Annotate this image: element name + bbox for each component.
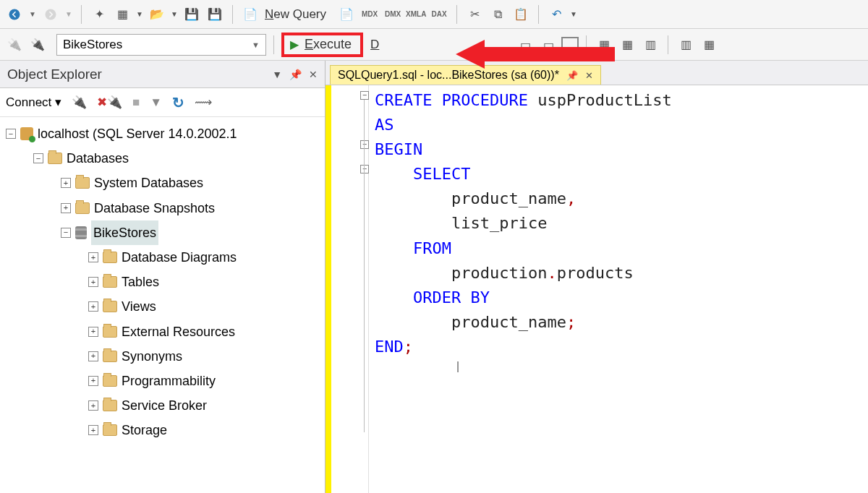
fold-guide: [364, 100, 365, 432]
tool-icon[interactable]: [561, 37, 579, 53]
database-selected: BikeStores: [63, 38, 122, 52]
tree-node[interactable]: +Tables: [3, 270, 322, 294]
expand-icon[interactable]: +: [88, 400, 98, 411]
disconnect-icon[interactable]: ✖🔌: [97, 95, 122, 110]
tree-node[interactable]: + System Databases: [3, 171, 322, 195]
tool-icon[interactable]: ▥: [676, 35, 696, 55]
dropdown-icon[interactable]: ▼: [170, 4, 179, 25]
stop-icon[interactable]: ■: [132, 95, 140, 110]
editor-gutter: − − −: [326, 85, 369, 493]
open-icon[interactable]: 📂: [147, 4, 167, 25]
object-explorer-panel: Object Explorer ▼ 📌 ✕ Connect ▾ 🔌 ✖🔌 ■ ▼…: [0, 61, 326, 493]
tree-node[interactable]: +Database Diagrams: [3, 245, 322, 270]
expand-icon[interactable]: +: [88, 301, 98, 312]
folder-icon: [103, 326, 117, 338]
tool-icon[interactable]: ▦: [699, 35, 719, 55]
save-all-icon[interactable]: 💾: [205, 4, 225, 25]
node-label: Programmability: [122, 369, 216, 393]
dropdown-icon[interactable]: ▼: [135, 4, 144, 25]
tool-icon[interactable]: ▦: [594, 35, 614, 55]
expand-icon[interactable]: +: [88, 252, 98, 262]
connect-icon[interactable]: 🔌: [72, 95, 87, 110]
fold-icon[interactable]: −: [360, 165, 369, 173]
folder-icon: [103, 252, 117, 263]
fold-icon[interactable]: −: [360, 91, 369, 100]
execute-button[interactable]: ▶ Execute: [281, 33, 363, 57]
tree-databases-node[interactable]: − Databases: [3, 146, 322, 171]
activity-icon[interactable]: ⟿: [195, 95, 212, 110]
new-query-icon[interactable]: 📄: [240, 4, 260, 25]
pin-icon[interactable]: 📌: [566, 70, 578, 81]
code-content[interactable]: CREATE PROCEDURE uspProductListASBEGIN S…: [369, 85, 868, 493]
expand-icon[interactable]: +: [88, 327, 98, 337]
collapse-icon[interactable]: −: [61, 228, 71, 238]
forward-button[interactable]: [41, 4, 61, 25]
tool-icon[interactable]: ▥: [640, 35, 660, 55]
undo-dropdown-icon[interactable]: ▼: [569, 4, 578, 25]
expand-icon[interactable]: +: [88, 376, 98, 386]
query-file-icon[interactable]: 📄: [336, 4, 357, 25]
main-toolbar-2: 🔌 🔌 BikeStores ▼ ▶ Execute D ▭ ▭ ▦ ▦ ▥ ▥…: [0, 29, 868, 61]
node-label: Database Diagrams: [122, 245, 237, 270]
expand-icon[interactable]: +: [88, 425, 98, 435]
editor-tab[interactable]: SQLQuery1.sql - loc...BikeStores (sa (60…: [330, 65, 601, 85]
collapse-icon[interactable]: −: [6, 129, 16, 139]
node-label: System Databases: [94, 171, 203, 195]
change-connection-icon[interactable]: 🔌: [27, 35, 48, 55]
tree-node[interactable]: +Synonyms: [3, 344, 322, 369]
panel-title: Object Explorer: [7, 67, 102, 82]
chevron-down-icon: ▼: [252, 40, 260, 49]
fold-icon[interactable]: −: [360, 140, 369, 149]
tree-node[interactable]: + Database Snapshots: [3, 196, 322, 220]
back-dropdown-icon[interactable]: ▼: [27, 4, 38, 25]
copy-icon[interactable]: ⧉: [488, 4, 508, 25]
node-label: Database Snapshots: [94, 196, 215, 220]
database-selector[interactable]: BikeStores ▼: [56, 34, 266, 56]
expand-icon[interactable]: +: [88, 351, 98, 361]
undo-icon[interactable]: ↶: [546, 4, 566, 25]
close-icon[interactable]: ✕: [585, 70, 593, 81]
dmx-button[interactable]: DMX: [383, 10, 403, 18]
server-icon: [20, 127, 33, 140]
tool-icon[interactable]: ▭: [538, 35, 558, 55]
paste-icon[interactable]: 📋: [511, 4, 531, 25]
tool-icon[interactable]: ▭: [515, 35, 535, 55]
collapse-icon[interactable]: −: [33, 153, 43, 163]
debug-button[interactable]: D: [370, 38, 379, 52]
tree-node[interactable]: +Programmability: [3, 369, 322, 393]
dax-button[interactable]: DAX: [429, 10, 449, 18]
tree-bikestores-node[interactable]: − BikeStores: [3, 220, 322, 245]
connect-icon[interactable]: 🔌: [4, 35, 25, 55]
cut-icon[interactable]: ✂: [464, 4, 485, 25]
tree-server-node[interactable]: − localhost (SQL Server 14.0.2002.1: [3, 121, 322, 146]
expand-icon[interactable]: +: [88, 277, 98, 287]
forward-dropdown-icon[interactable]: ▼: [64, 4, 74, 25]
new-file-icon[interactable]: ✦: [89, 4, 109, 25]
back-button[interactable]: [4, 4, 25, 25]
expand-icon[interactable]: +: [61, 178, 71, 188]
pin-icon[interactable]: 📌: [289, 69, 302, 80]
panel-menu-icon[interactable]: ▼: [272, 69, 282, 80]
mdx-button[interactable]: MDX: [359, 10, 380, 18]
new-project-icon[interactable]: ▦: [112, 4, 132, 25]
folder-icon: [103, 375, 117, 387]
new-query-button[interactable]: New Query: [265, 7, 326, 22]
refresh-icon[interactable]: ↻: [172, 94, 184, 111]
connect-button[interactable]: Connect ▾: [6, 95, 61, 110]
node-label: Storage: [122, 418, 167, 442]
xmla-button[interactable]: XMLA: [406, 10, 426, 18]
main-toolbar-1: ▼ ▼ ✦ ▦ ▼ 📂 ▼ 💾 💾 📄 New Query 📄 MDX DMX …: [0, 0, 868, 29]
close-icon[interactable]: ✕: [309, 69, 318, 80]
tree-node[interactable]: +Storage: [3, 418, 322, 442]
filter-icon[interactable]: ▼: [150, 95, 162, 110]
folder-icon: [103, 400, 117, 411]
expand-icon[interactable]: +: [61, 203, 71, 213]
save-icon[interactable]: 💾: [182, 4, 202, 25]
tree-node[interactable]: +External Resources: [3, 320, 322, 344]
folder-icon: [103, 301, 117, 312]
tree-node[interactable]: +Views: [3, 294, 322, 319]
tree-node[interactable]: +Service Broker: [3, 393, 322, 418]
folder-icon: [48, 153, 62, 164]
tool-icon[interactable]: ▦: [617, 35, 637, 55]
code-editor[interactable]: − − − CREATE PROCEDURE uspProductListASB…: [326, 85, 868, 493]
